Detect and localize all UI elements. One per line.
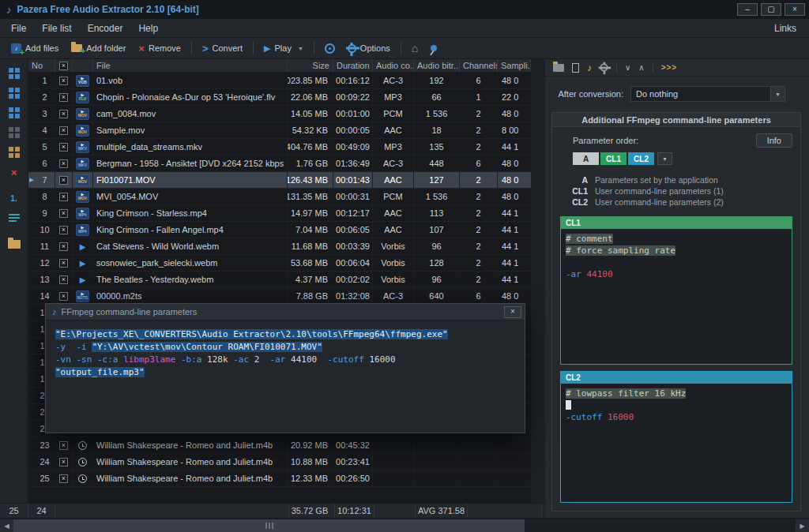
table-row[interactable]: 14×▶M2TS00000.m2ts7.88 GB01:32:08AC-3640… xyxy=(28,288,531,305)
row-checkbox[interactable]: × xyxy=(59,93,68,102)
panel-chevron-down-icon[interactable]: ∨ xyxy=(625,63,630,72)
home-button[interactable]: ⌂ xyxy=(405,39,424,58)
header-duration[interactable]: Duration xyxy=(333,59,373,72)
panel-document-icon[interactable] xyxy=(572,63,579,73)
header-icon[interactable] xyxy=(73,59,93,72)
file-type-cell: ▶M2TS xyxy=(73,288,93,304)
menu-file-list[interactable]: File list xyxy=(34,21,79,36)
open-folder-button[interactable] xyxy=(7,238,21,250)
row-checkbox[interactable]: × xyxy=(59,110,68,118)
menu-help[interactable]: Help xyxy=(130,21,166,36)
after-conversion-dropdown[interactable]: Do nothing ▼ xyxy=(630,86,785,102)
header-bitrate[interactable]: Audio bitr... xyxy=(414,59,460,72)
dialog-close-button[interactable]: × xyxy=(504,306,521,318)
conversion-settings-button[interactable] xyxy=(318,40,341,57)
table-row[interactable]: 11×▶Cat Stevens - Wild World.webm11.68 M… xyxy=(28,238,531,255)
list-tools-button[interactable] xyxy=(7,212,21,224)
horizontal-scrollbar[interactable]: ◀ ▶ xyxy=(0,518,809,532)
table-row[interactable]: 23×William Shakespeare - Romeo and Julie… xyxy=(28,437,531,454)
row-checkbox[interactable]: × xyxy=(59,242,68,251)
play-button[interactable]: ▶ Play ▼ xyxy=(258,40,310,57)
table-row[interactable]: 1×▶VOB01.vob1023.85 MB00:16:12AC-3192648… xyxy=(28,73,531,89)
order-button-a[interactable]: A xyxy=(573,152,599,165)
order-button-cl1[interactable]: CL1 xyxy=(600,152,627,165)
cl2-editor[interactable]: # lowpass filter 16 kHz-cutoff 16000 xyxy=(561,384,792,502)
options-button[interactable]: Options xyxy=(341,40,397,56)
remove-item-button[interactable]: × xyxy=(7,166,21,178)
row-checkbox[interactable]: × xyxy=(59,474,68,483)
row-checkbox[interactable]: × xyxy=(59,77,68,85)
table-row[interactable]: 3×▶MOVcam_0084.mov14.05 MB00:01:00PCM1 5… xyxy=(28,106,531,122)
table-row[interactable]: 10×▶MP4King Crimson - Fallen Angel.mp47.… xyxy=(28,222,531,238)
row-checkbox[interactable]: × xyxy=(59,193,68,201)
uncheck-all-button[interactable] xyxy=(7,87,21,99)
panel-more-icon[interactable]: >>> xyxy=(661,63,678,72)
row-checkbox[interactable]: × xyxy=(59,159,68,168)
file-type-cell: ▶MOV xyxy=(73,122,93,138)
dropdown-arrow-icon[interactable]: ▼ xyxy=(770,87,785,101)
row-checkbox[interactable]: × xyxy=(59,259,68,268)
uncheck-selected-button[interactable] xyxy=(7,146,21,159)
dialog-code[interactable]: "E:\Projects_XE\_CONVERTERS\Audio Extrac… xyxy=(46,320,525,387)
scroll-right-arrow[interactable]: ▶ xyxy=(796,519,809,532)
table-row[interactable]: 5×▶MKVmultiple_data_streams.mkv404.76 MB… xyxy=(28,139,531,155)
row-checkbox[interactable]: × xyxy=(59,292,68,301)
convert-button[interactable]: > Convert xyxy=(196,39,249,58)
check-all-button[interactable] xyxy=(7,67,21,80)
add-folder-button[interactable]: + Add folder xyxy=(65,40,132,56)
order-button-cl2[interactable]: CL2 xyxy=(628,152,654,165)
row-checkbox[interactable]: × xyxy=(59,209,68,218)
info-button[interactable]: Info xyxy=(756,133,792,148)
invert-checks-button[interactable] xyxy=(7,107,21,119)
menu-links[interactable]: Links xyxy=(765,21,806,36)
header-codec[interactable]: Audio co... xyxy=(373,59,414,72)
row-checkbox[interactable]: × xyxy=(59,458,68,466)
header-sampling[interactable]: Sampli... xyxy=(498,59,531,72)
table-row[interactable]: 12×▶sosnowiec_park_sielecki.webm53.68 MB… xyxy=(28,255,531,272)
header-checkbox[interactable]: × xyxy=(55,59,73,72)
app-icon: ♪ xyxy=(6,4,12,16)
table-row[interactable]: 9×▶MP4King Crimson - Starless.mp414.97 M… xyxy=(28,205,531,222)
add-files-button[interactable]: ♪+ Add files xyxy=(5,40,65,57)
panel-chevron-up-icon[interactable]: ∧ xyxy=(638,63,644,72)
table-row[interactable]: 6×▶MKVBergman - 1958 - Ansiktet [DVD x26… xyxy=(28,155,531,172)
table-row[interactable]: ▶7×▶MOVFI010071.MOV126.43 MB00:01:43AAC1… xyxy=(28,172,531,189)
panel-splitter[interactable] xyxy=(531,59,545,503)
menu-file[interactable]: File xyxy=(3,21,34,36)
folder-icon xyxy=(8,240,21,249)
remove-button[interactable]: × Remove xyxy=(132,39,187,58)
header-channels[interactable]: Channels xyxy=(460,59,498,72)
select-all-checkbox[interactable]: × xyxy=(59,62,68,70)
scroll-left-arrow[interactable]: ◀ xyxy=(0,519,13,532)
check-selected-button[interactable] xyxy=(7,126,21,139)
minimize-button[interactable]: – xyxy=(737,3,758,16)
cl1-editor[interactable]: # comment# force sampling rate -ar 44100 xyxy=(561,229,792,364)
order-dropdown-icon[interactable]: ▼ xyxy=(657,152,672,165)
close-button[interactable]: × xyxy=(785,3,805,16)
header-no[interactable]: No xyxy=(28,59,55,72)
table-row[interactable]: 25×William Shakespeare - Romeo and Julie… xyxy=(28,470,531,487)
row-checkbox[interactable]: × xyxy=(59,226,68,234)
row-checkbox[interactable]: × xyxy=(59,275,68,284)
header-file[interactable]: File xyxy=(93,59,288,72)
pin-button[interactable] xyxy=(424,42,443,54)
row-checkbox[interactable]: × xyxy=(59,441,68,450)
table-row[interactable]: 2×▶FLVChopin - Polonaise As-Dur op 53 'H… xyxy=(28,89,531,106)
dialog-title-bar[interactable]: ♪ FFmpeg command-line parameters × xyxy=(46,304,525,320)
header-size[interactable]: Size xyxy=(288,59,333,72)
row-checkbox[interactable]: × xyxy=(59,126,68,135)
scrollbar-thumb[interactable] xyxy=(13,519,525,532)
row-checkbox[interactable]: × xyxy=(59,143,68,152)
panel-gear-icon[interactable] xyxy=(600,64,608,72)
table-row[interactable]: 24×William Shakespeare - Romeo and Julie… xyxy=(28,454,531,470)
maximize-button[interactable]: ▢ xyxy=(761,3,781,16)
play-dropdown-icon[interactable]: ▼ xyxy=(298,46,303,51)
panel-folder-icon[interactable] xyxy=(553,64,564,72)
table-row[interactable]: 13×▶The Beatles - Yesterday.webm4.37 MB0… xyxy=(28,272,531,288)
table-row[interactable]: 4×▶MOVSample.mov54.32 KB00:00:05AAC1828 … xyxy=(28,122,531,139)
table-row[interactable]: 8×▶MOVMVI_0054.MOV131.35 MB00:00:31PCM1 … xyxy=(28,189,531,205)
panel-music-note-icon[interactable]: ♪ xyxy=(587,62,592,73)
row-checkbox[interactable]: × xyxy=(59,176,68,185)
renumber-button[interactable]: 1. xyxy=(7,192,21,204)
menu-encoder[interactable]: Encoder xyxy=(80,21,131,36)
